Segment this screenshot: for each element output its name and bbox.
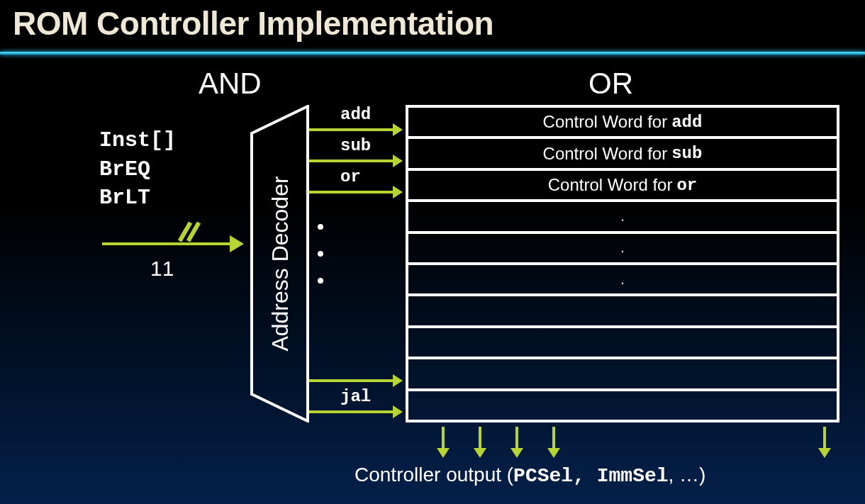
rom-row-9 (408, 391, 837, 420)
output-arrow-5 (818, 427, 831, 458)
decoder-out-sub: sub (340, 136, 371, 155)
rom-row-or-prefix: Control Word for (548, 175, 673, 195)
output-sep: , (573, 465, 597, 487)
arrow-or (309, 186, 403, 198)
decoder-inputs: Inst[] BrEQ BrLT (99, 126, 176, 213)
output-prefix: Controller output ( (355, 464, 513, 486)
decoder-out-jal: jal (340, 387, 371, 406)
rom-row-6 (408, 296, 837, 327)
rom-row-7 (408, 328, 837, 359)
rom-row-sub: Control Word for sub (408, 139, 837, 170)
rom-row-sub-op: sub (671, 144, 702, 163)
output-arrow-4 (547, 427, 560, 458)
address-decoder-block: Address Decoder (250, 105, 309, 422)
rom-row-8 (408, 359, 837, 391)
and-plane-label: AND (199, 67, 262, 101)
rom-row-or: Control Word for or (408, 171, 837, 202)
arrow-add (309, 123, 403, 136)
rom-row-5: . (408, 265, 837, 296)
or-plane-label: OR (588, 67, 633, 101)
output-immsel: ImmSel (597, 465, 669, 487)
rom-row-4: . (408, 234, 837, 265)
input-bus-arrow (102, 235, 247, 252)
decoder-out-add: add (340, 105, 371, 124)
rom-table: Control Word for add Control Word for su… (406, 105, 839, 422)
input-bus-width: 11 (150, 257, 174, 281)
slide-title: ROM Controller Implementation (13, 4, 493, 43)
decoder-vertical-dots (318, 224, 323, 284)
rom-row-add-prefix: Control Word for (543, 112, 668, 132)
decoder-out-or: or (340, 167, 361, 186)
output-pcsel: PCSel (513, 465, 573, 487)
output-arrow-2 (474, 427, 486, 458)
input-inst: Inst[] (99, 126, 176, 155)
arrow-pre-jal (309, 374, 403, 387)
input-breq: BrEQ (99, 155, 176, 184)
rom-row-add-op: add (671, 113, 702, 132)
rom-row-add: Control Word for add (408, 108, 837, 139)
address-decoder-label: Address Decoder (267, 176, 293, 351)
rom-row-3: . (408, 202, 837, 233)
arrow-sub (309, 155, 403, 167)
rom-row-sub-prefix: Control Word for (543, 144, 668, 164)
input-brlt: BrLT (99, 184, 176, 213)
controller-output-caption: Controller output (PCSel, ImmSel, …) (355, 464, 705, 487)
rom-row-or-op: or (676, 176, 697, 195)
arrow-jal (309, 405, 403, 418)
output-arrow-1 (437, 427, 450, 458)
output-arrow-3 (510, 427, 523, 458)
output-suffix: , …) (669, 464, 706, 486)
title-divider (0, 52, 865, 55)
